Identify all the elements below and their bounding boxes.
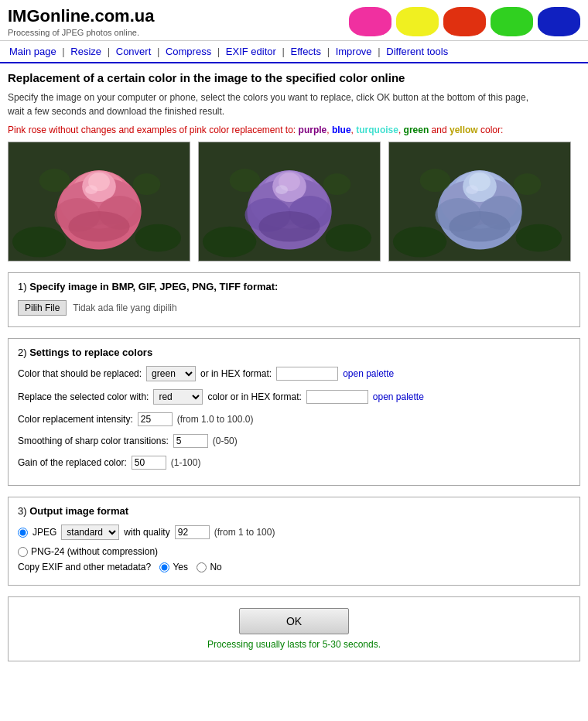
exif-label: Copy EXIF and other metadata? [18, 562, 151, 572]
pink-blob [349, 7, 391, 36]
hex-input-1[interactable] [276, 367, 338, 381]
example-text: Pink rose without changes and examples o… [8, 125, 580, 135]
file-input-row: Pilih File Tidak ada file yang dipilih [18, 300, 570, 316]
svg-point-42 [449, 211, 510, 242]
svg-point-31 [323, 173, 351, 195]
svg-point-26 [258, 211, 320, 242]
nav-resize[interactable]: Resize [70, 46, 101, 57]
section-1: 1) Specify image in BMP, GIF, JPEG, PNG,… [8, 272, 580, 327]
blue-blob [538, 7, 580, 36]
gain-row: Gain of the replaced color: (1-100) [18, 456, 570, 470]
site-title: IMGonline.com.ua [8, 6, 154, 26]
nav-compress[interactable]: Compress [166, 46, 211, 57]
svg-point-12 [12, 227, 66, 258]
section-1-title: 1) Specify image in BMP, GIF, JPEG, PNG,… [18, 281, 570, 292]
color-with-label: Replace the selected color with: [18, 391, 149, 402]
svg-point-27 [275, 185, 288, 194]
smoothing-input[interactable] [173, 434, 208, 448]
open-palette-2[interactable]: open palette [373, 391, 424, 402]
example-color-green: green [404, 125, 429, 135]
section-3-title: 3) Output image format [18, 505, 570, 517]
svg-point-43 [466, 185, 478, 194]
smoothing-row: Smoothing of sharp color transitions: (0… [18, 434, 570, 448]
rose-images [8, 142, 580, 261]
hex-label-2: color or in HEX format: [207, 391, 301, 402]
nav-convert[interactable]: Convert [116, 46, 152, 57]
quality-label: with quality [124, 527, 169, 538]
svg-point-28 [203, 227, 256, 258]
main-content: Replacement of a certain color in the im… [0, 63, 588, 672]
color-with-select[interactable]: pink red orange yellow green cyan blue v… [153, 389, 203, 405]
exif-yes-label: Yes [173, 562, 188, 572]
gain-label: Gain of the replaced color: [18, 457, 127, 468]
hex-input-2[interactable] [306, 390, 368, 404]
description: Specify the image on your computer or ph… [8, 91, 580, 118]
section-2: 2) Settings to replace colors Color that… [8, 338, 580, 486]
nav-different-tools[interactable]: Different tools [386, 46, 448, 57]
choose-file-button[interactable]: Pilih File [18, 300, 67, 316]
nav-effects[interactable]: Effects [290, 46, 321, 57]
smoothing-range: (0-50) [213, 436, 238, 446]
section-3: 3) Output image format JPEG standard low… [8, 497, 580, 586]
svg-point-47 [514, 173, 542, 195]
nav-improve[interactable]: Improve [336, 46, 372, 57]
jpeg-label: JPEG [32, 527, 56, 538]
open-palette-1[interactable]: open palette [343, 368, 394, 379]
rose-image-blue [388, 142, 571, 261]
example-color-yellow: yellow [450, 125, 478, 135]
jpeg-row: JPEG standard low high very high with qu… [18, 525, 570, 540]
smoothing-label: Smoothing of sharp color transitions: [18, 436, 169, 446]
gain-input[interactable] [132, 456, 166, 470]
color-blobs [349, 7, 580, 36]
svg-point-46 [420, 169, 451, 192]
svg-point-15 [133, 173, 161, 195]
nav-main-page[interactable]: Main page [9, 46, 56, 57]
svg-point-10 [68, 211, 129, 242]
rose-image-purple [198, 142, 381, 261]
nav-exif-editor[interactable]: EXIF editor [226, 46, 276, 57]
intensity-row: Color replacement intensity: (from 1.0 t… [18, 412, 570, 426]
jpeg-radio[interactable] [18, 528, 28, 538]
color-replace-select[interactable]: pink red orange yellow green cyan blue v… [146, 366, 196, 381]
hex-label-1: or in HEX format: [200, 368, 272, 379]
no-file-label: Tidak ada file yang dipilih [73, 302, 176, 313]
color-replace-row: Color that should be replaced: pink red … [18, 366, 570, 381]
png-radio[interactable] [18, 547, 28, 557]
nav: Main page | Resize | Convert | Compress … [0, 41, 588, 63]
section-2-title: 2) Settings to replace colors [18, 347, 570, 358]
svg-point-13 [135, 224, 181, 252]
quality-input[interactable] [175, 525, 210, 539]
ok-section: OK Processing usually lasts for 5-30 sec… [8, 596, 580, 661]
header: IMGonline.com.ua Processing of JPEG phot… [0, 0, 588, 41]
png-row: PNG-24 (without compression) [18, 546, 570, 557]
processing-note: Processing usually lasts for 5-30 second… [19, 639, 569, 650]
svg-point-14 [39, 169, 70, 192]
quality-range: (from 1 to 100) [214, 527, 275, 538]
yellow-blob [396, 7, 439, 36]
jpeg-quality-select[interactable]: standard low high very high [61, 525, 119, 540]
logo-area: IMGonline.com.ua Processing of JPEG phot… [8, 6, 154, 37]
exif-no-radio[interactable] [197, 562, 207, 572]
example-color-purple: purple [299, 125, 327, 135]
page-title: Replacement of a certain color in the im… [8, 71, 580, 84]
gain-range: (1-100) [171, 457, 201, 468]
exif-no-label: No [210, 562, 221, 572]
svg-point-44 [393, 227, 446, 258]
example-color-turquoise: turquoise [356, 125, 398, 135]
intensity-label: Color replacement intensity: [18, 414, 133, 425]
intensity-range: (from 1.0 to 100.0) [177, 414, 254, 425]
ok-button[interactable]: OK [239, 608, 349, 634]
exif-yes-radio[interactable] [159, 562, 169, 572]
green-blob [491, 7, 533, 36]
intensity-input[interactable] [138, 412, 173, 426]
exif-row: Copy EXIF and other metadata? Yes No [18, 562, 570, 572]
svg-point-29 [326, 224, 371, 252]
example-color-blue: blue [332, 125, 351, 135]
red-blob [443, 7, 486, 36]
svg-point-45 [516, 224, 562, 252]
color-with-row: Replace the selected color with: pink re… [18, 389, 570, 405]
svg-point-30 [230, 169, 261, 192]
svg-point-11 [85, 185, 97, 194]
rose-image-pink [8, 142, 190, 261]
png-label: PNG-24 (without compression) [31, 546, 158, 557]
